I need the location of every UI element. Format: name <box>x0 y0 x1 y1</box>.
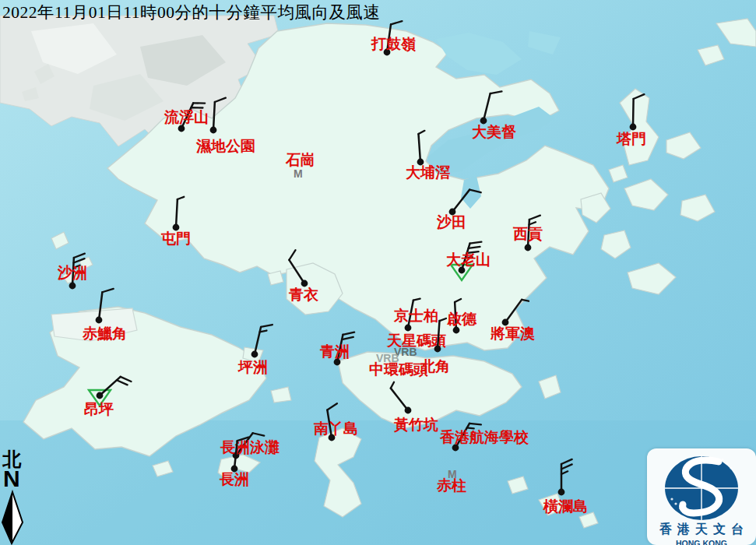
station-label: 青衣 <box>288 286 319 303</box>
station-label: 塔門 <box>616 130 646 147</box>
hong-kong-map: 打鼓嶺流浮山濕地公園石崗M大美督塔門大埔滘沙田屯門西貢沙洲大老山青衣赤鱲角京士柏… <box>0 0 756 545</box>
station-label: 青洲 <box>319 343 350 360</box>
station-dot <box>405 325 412 332</box>
station-label: 屯門 <box>160 230 191 247</box>
station-dot <box>178 125 185 132</box>
station-label: 打鼓嶺 <box>371 35 416 52</box>
station-dot <box>97 392 104 399</box>
station-label: 長洲泳灘 <box>220 438 280 455</box>
station-dot <box>525 244 532 251</box>
station-dot <box>558 489 565 496</box>
station-label: 啟德 <box>446 310 477 327</box>
station-dot <box>210 127 217 134</box>
station-dot <box>434 346 441 353</box>
station-label: 長洲 <box>219 470 249 487</box>
station-label: 流浮山 <box>164 108 209 125</box>
station-label: 將軍澳 <box>490 325 535 342</box>
station-dot <box>96 317 103 324</box>
station-label: 昂坪 <box>84 400 114 417</box>
station-label: 石崗 <box>285 151 315 168</box>
station-label: 赤鱲角 <box>82 325 127 342</box>
hko-emblem-icon <box>647 448 756 523</box>
hko-logo: 香港天文台 HONG KONG OBSERVATORY <box>647 448 756 545</box>
station-label: 大美督 <box>472 123 516 140</box>
station-dot <box>251 351 258 358</box>
wind-barb-tick <box>469 424 481 425</box>
hko-name-en: HONG KONG OBSERVATORY <box>647 539 756 545</box>
station-label: 沙田 <box>436 213 466 230</box>
station-status: M <box>448 468 457 480</box>
station-label: 橫瀾島 <box>543 498 588 515</box>
station-dot <box>453 327 460 334</box>
station-label: 南丫島 <box>313 420 358 437</box>
station-status: VRB <box>376 352 399 364</box>
station-status: M <box>294 167 303 180</box>
station-dot <box>405 407 412 414</box>
station-label: 西貢 <box>512 225 543 242</box>
compass: 北 N <box>2 450 33 489</box>
station-label: 京士柏 <box>393 307 438 324</box>
station-label: 大老山 <box>446 251 491 268</box>
station-label: 香港航海學校 <box>439 428 529 445</box>
station-label: 大埔滘 <box>406 164 450 181</box>
map-title: 2022年11月01日11時00分的十分鐘平均風向及風速 <box>2 1 380 23</box>
wind-map-screenshot: 打鼓嶺流浮山濕地公園石崗M大美督塔門大埔滘沙田屯門西貢沙洲大老山青衣赤鱲角京士柏… <box>0 0 756 545</box>
station-label: 黃竹坑 <box>393 416 438 433</box>
station-label: 沙洲 <box>57 264 87 281</box>
hko-name-zh: 香港天文台 <box>647 522 756 538</box>
compass-north-letter: N <box>3 469 33 489</box>
station-label: 北角 <box>420 357 450 374</box>
wind-barb-shaft <box>633 99 634 127</box>
station-dot <box>69 283 76 290</box>
station-label: 濕地公園 <box>195 137 255 154</box>
station-label: 坪洲 <box>237 358 268 375</box>
